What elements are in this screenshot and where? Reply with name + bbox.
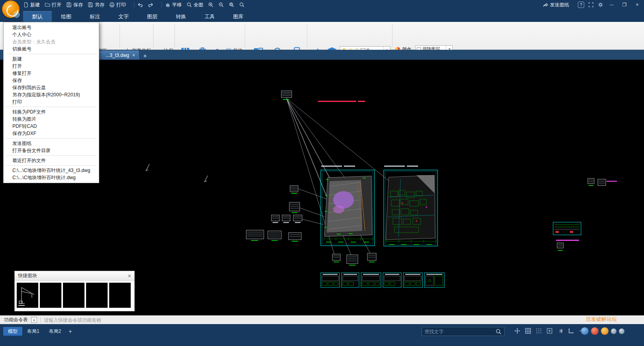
block-thumbnail[interactable] bbox=[86, 283, 108, 308]
block-thumbnail[interactable] bbox=[63, 283, 84, 308]
close-icon: × bbox=[636, 2, 638, 8]
send-drawing-button[interactable]: 发送图纸 bbox=[543, 2, 569, 8]
ribbon-tab-bar: 默认 绘图 标注 文字 图层 转换 工具 图库 bbox=[0, 10, 644, 22]
add-layout-button[interactable]: + bbox=[66, 327, 75, 336]
menu-item-save-dxf[interactable]: 保存为DXF bbox=[4, 130, 99, 137]
tab-layout2[interactable]: 布局2 bbox=[44, 327, 66, 336]
search-icon[interactable] bbox=[495, 328, 502, 335]
menu-item-pdf-to-cad[interactable]: PDF转CAD bbox=[4, 123, 99, 130]
maximize-button[interactable]: ❐ bbox=[620, 1, 629, 9]
document-tab-label: ...3_t3.dwg bbox=[106, 53, 129, 58]
zoom-in-button[interactable] bbox=[208, 2, 214, 8]
tab-tools[interactable]: 工具 bbox=[195, 11, 224, 22]
undo-button[interactable] bbox=[137, 2, 143, 8]
grid-icon[interactable] bbox=[525, 328, 531, 334]
quick-blocks-panel: 快捷图块 × bbox=[14, 271, 135, 311]
minimize-button[interactable]: ─ bbox=[607, 1, 616, 9]
help-button[interactable]: ? bbox=[578, 2, 584, 8]
new-button[interactable]: 新建 bbox=[23, 2, 40, 8]
undo-icon bbox=[137, 2, 143, 8]
close-button[interactable]: × bbox=[633, 1, 642, 9]
zoom-window-button[interactable] bbox=[229, 2, 234, 8]
menu-divider bbox=[6, 138, 96, 139]
menu-divider bbox=[6, 107, 96, 107]
menu-item-new[interactable]: 新建 bbox=[4, 55, 99, 63]
pan-hand-icon bbox=[165, 2, 171, 8]
save-icon bbox=[66, 2, 72, 8]
panel-close-icon[interactable]: × bbox=[128, 273, 131, 279]
menu-item-recent-file-1[interactable]: C:\...\C地块增补百叶统计_43_t3.dwg bbox=[4, 167, 99, 174]
menu-item-profile[interactable]: 个人中心 bbox=[4, 31, 99, 38]
save-button[interactable]: 保存 bbox=[66, 2, 83, 8]
open-button[interactable]: 打开 bbox=[45, 2, 61, 8]
tab-text[interactable]: 文字 bbox=[109, 11, 138, 22]
tab-layer[interactable]: 图层 bbox=[138, 11, 167, 22]
save-as-icon bbox=[88, 2, 93, 8]
north-icon[interactable] bbox=[557, 328, 564, 334]
watermark-logos bbox=[581, 327, 624, 335]
menu-item-save-as-version[interactable]: 另存为指定版本(R2000~R2019) bbox=[4, 91, 99, 98]
save-as-button[interactable]: 另存 bbox=[88, 2, 104, 8]
cursor-marks bbox=[146, 164, 208, 182]
tab-layout1[interactable]: 布局1 bbox=[22, 327, 44, 336]
quick-blocks-header[interactable]: 快捷图块 × bbox=[15, 271, 134, 281]
toolbar-divider bbox=[134, 2, 134, 8]
open-folder-icon bbox=[45, 2, 50, 8]
minimize-icon: ─ bbox=[610, 2, 614, 8]
zoom-extents-button[interactable]: 全图 bbox=[187, 2, 203, 8]
menu-item-recent-files[interactable]: 最近打开的文件 bbox=[4, 157, 99, 164]
ribbon-divider bbox=[153, 24, 153, 47]
fullscreen-button[interactable] bbox=[588, 2, 594, 8]
pan-mode-icon[interactable] bbox=[514, 328, 520, 334]
send-drawing-icon bbox=[543, 2, 548, 8]
zoom-previous-button[interactable] bbox=[239, 2, 245, 8]
tab-model[interactable]: 模型 bbox=[3, 327, 22, 336]
new-file-icon bbox=[23, 2, 29, 8]
save-as-label: 另存 bbox=[95, 2, 104, 8]
menu-item-switch-account[interactable]: 切换账号 bbox=[4, 45, 99, 53]
print-button[interactable]: 打印 bbox=[109, 2, 126, 8]
pan-label: 平移 bbox=[172, 2, 182, 8]
menu-item-send-drawing[interactable]: 发送图纸 bbox=[4, 140, 99, 147]
menu-item-recent-file-2[interactable]: C:\...\C地块增补百叶统计.dwg bbox=[4, 174, 99, 181]
menu-item-save-to-cloud[interactable]: 保存到我的云盘 bbox=[4, 84, 99, 91]
app-logo[interactable] bbox=[2, 0, 20, 18]
menu-item-repair-open[interactable]: 修复打开 bbox=[4, 70, 99, 77]
menu-item-save[interactable]: 保存 bbox=[4, 77, 99, 84]
tab-annotate[interactable]: 标注 bbox=[80, 11, 109, 22]
grid-dots-icon[interactable] bbox=[536, 328, 542, 334]
tab-default[interactable]: 默认 bbox=[23, 11, 52, 22]
ribbon-divider bbox=[307, 24, 307, 47]
find-text-input[interactable] bbox=[424, 329, 495, 334]
menu-divider bbox=[6, 155, 96, 156]
pan-button[interactable]: 平移 bbox=[165, 2, 182, 8]
tab-library[interactable]: 图库 bbox=[224, 11, 253, 22]
tab-close-icon[interactable]: × bbox=[132, 53, 135, 58]
block-thumbnail[interactable] bbox=[109, 283, 131, 308]
menu-item-convert-pdf[interactable]: 转换为PDF文件 bbox=[4, 108, 99, 115]
zoom-out-button[interactable] bbox=[218, 2, 224, 8]
collapse-button[interactable]: ∧ bbox=[31, 317, 37, 323]
ribbon-divider bbox=[175, 24, 175, 47]
axis-icon[interactable] bbox=[568, 328, 574, 334]
menu-item-logout[interactable]: 退出账号 bbox=[4, 24, 99, 31]
app-logo-badge bbox=[14, 12, 20, 18]
menu-item-open[interactable]: 打开 bbox=[4, 63, 99, 70]
menu-item-convert-image[interactable]: 转换为图片 bbox=[4, 115, 99, 123]
snap-icon[interactable] bbox=[546, 328, 553, 334]
tab-convert[interactable]: 转换 bbox=[167, 11, 195, 22]
zoom-previous-icon bbox=[239, 2, 245, 8]
redo-button[interactable] bbox=[148, 2, 153, 8]
file-menu: 退出账号 个人中心 会员类型：永久会员 切换账号 新建 打开 修复打开 保存 保… bbox=[3, 22, 99, 183]
menu-item-open-backup-folder[interactable]: 打开备份文件目录 bbox=[4, 147, 99, 154]
settings-gear-button[interactable] bbox=[598, 2, 603, 8]
menu-divider bbox=[6, 165, 96, 166]
command-input[interactable] bbox=[44, 317, 640, 323]
menu-item-print[interactable]: 打印 bbox=[4, 98, 99, 106]
zoom-extents-icon bbox=[187, 2, 192, 8]
block-thumbnail-crane[interactable] bbox=[17, 283, 38, 308]
block-thumbnail[interactable] bbox=[40, 283, 61, 308]
new-tab-button[interactable]: + bbox=[141, 51, 149, 59]
watermark-logo-gray bbox=[611, 328, 617, 334]
tab-draw[interactable]: 绘图 bbox=[52, 11, 80, 22]
